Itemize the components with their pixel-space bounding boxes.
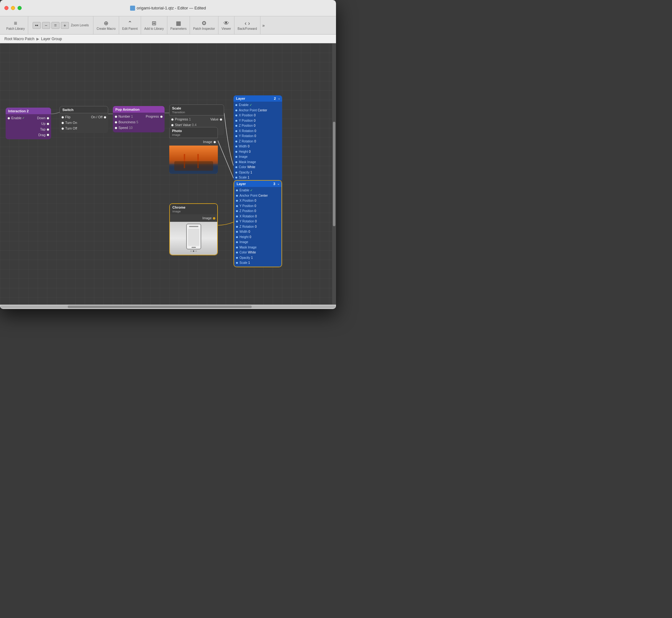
horizontal-scrollbar[interactable] <box>0 305 336 309</box>
viewer-label: Viewer <box>222 27 231 30</box>
layer-row: ColorWhite <box>235 250 281 255</box>
vertical-scrollbar[interactable] <box>332 43 336 305</box>
photo-body: Image <box>169 138 218 145</box>
layer-row: Scale1 <box>235 261 281 266</box>
minimize-button[interactable] <box>11 6 15 10</box>
port-dot <box>115 115 117 118</box>
layer2-body: Enable✓ Anchor PointCenter X Position0 Y… <box>234 102 282 181</box>
layer-row: Z Position0 <box>234 123 281 129</box>
layer-row: Image <box>234 154 281 160</box>
port-dot <box>47 128 49 131</box>
breadcrumb-separator: ▶ <box>36 37 39 41</box>
layer2-expand[interactable]: ⌄ <box>278 97 280 100</box>
patch-inspector-button[interactable]: ⚙ Patch Inspector <box>190 16 218 34</box>
maximize-button[interactable] <box>18 6 22 10</box>
scrollbar-thumb[interactable] <box>333 122 335 226</box>
patch-row: Bounciness5 <box>115 119 163 125</box>
port-dot <box>160 115 163 118</box>
patch-row: Speed10 <box>115 125 163 131</box>
add-to-library-icon: ⊞ <box>152 20 156 26</box>
pop-animation-body: Number1 Progress Bounciness5 Speed10 <box>113 113 164 132</box>
port-dot <box>61 127 64 130</box>
port-dot <box>47 123 49 125</box>
svg-rect-4 <box>169 160 218 165</box>
port-dot <box>47 117 49 119</box>
chrome-patch[interactable]: ChromeImage Image <box>169 203 218 255</box>
layer-row: Image <box>235 240 281 245</box>
patch-row: Turn Off <box>61 126 106 131</box>
layer3-patch[interactable]: Layer 3 ⌄ Enable✓ Anchor PointCenter X P… <box>234 180 282 267</box>
layer-row: Enable✓ <box>234 103 281 108</box>
back-forward-icon: ‹ › <box>245 20 250 26</box>
layer-row: Z Rotation0 <box>234 139 281 144</box>
patch-row: Enable ✓ Down <box>8 115 49 121</box>
title-bar: origami-tutorial-1.qtz - Editor — Edited <box>0 0 336 16</box>
connections-layer <box>0 43 336 305</box>
close-button[interactable] <box>4 6 8 10</box>
pop-animation-patch[interactable]: Pop Animation Number1 Progress Bouncines… <box>113 106 164 132</box>
back-forward-button[interactable]: ‹ › Back/Forward <box>235 16 260 34</box>
scrollbar-thumb[interactable] <box>68 306 252 308</box>
layer3-body: Enable✓ Anchor PointCenter X Position0 Y… <box>234 187 281 267</box>
interaction-patch[interactable]: Interaction 2 Enable ✓ Down Up Tap Drag <box>6 108 51 139</box>
patch-row: Turn On <box>61 120 106 126</box>
viewer-button[interactable]: 👁 Viewer <box>219 16 235 34</box>
traffic-lights[interactable] <box>4 6 22 10</box>
zoom-dot-button[interactable]: •• <box>33 22 41 29</box>
edit-parent-label: Edit Parent <box>122 27 138 30</box>
breadcrumb-root[interactable]: Root Macro Patch <box>4 37 34 41</box>
add-to-library-button[interactable]: ⊞ Add to Library <box>141 16 167 34</box>
interaction-header: Interaction 2 <box>6 108 51 114</box>
switch-patch[interactable]: Switch Flip On / Off Turn On Turn Off <box>59 106 108 133</box>
photo-header: PhotoImage <box>169 127 218 138</box>
port-dot <box>213 217 215 220</box>
switch-body: Flip On / Off Turn On Turn Off <box>59 113 108 133</box>
patch-row: Tap <box>8 127 49 132</box>
layer2-patch[interactable]: Layer 2 ⌄ Enable✓ Anchor PointCenter X P… <box>234 95 282 181</box>
layer-row: Y Rotation0 <box>234 134 281 139</box>
layer-row: Scale1 <box>234 175 281 180</box>
layer3-badge: 3 <box>273 182 275 186</box>
create-macro-button[interactable]: ⊕ Create Macro <box>94 16 119 34</box>
layer-row: Height0 <box>234 149 281 154</box>
toolbar: ≡ Patch Library •• − = + Zoom Levels ⊕ C… <box>0 16 336 34</box>
edit-parent-button[interactable]: ⌃ Edit Parent <box>119 16 141 34</box>
layer-row: Height0 <box>235 235 281 240</box>
layer-row: Opacity1 <box>235 255 281 261</box>
layer2-header: Layer 2 ⌄ <box>234 95 282 102</box>
interaction-body: Enable ✓ Down Up Tap Drag <box>6 114 51 139</box>
layer3-expand[interactable]: ⌄ <box>277 182 280 185</box>
patch-row: Drag <box>8 132 49 138</box>
port-dot <box>8 117 10 119</box>
port-dot <box>115 127 117 129</box>
zoom-plus-button[interactable]: + <box>61 22 69 29</box>
port-dot <box>47 134 49 136</box>
parameters-button[interactable]: ▦ Parameters <box>167 16 190 34</box>
add-to-library-label: Add to Library <box>144 27 164 30</box>
patch-library-button[interactable]: ≡ Patch Library <box>3 16 28 34</box>
svg-rect-1 <box>169 164 218 174</box>
zoom-levels-label: Zoom Levels <box>71 23 89 27</box>
chrome-header: ChromeImage <box>170 204 217 214</box>
patch-row: Up <box>8 121 49 127</box>
patch-row: Number1 Progress <box>115 114 163 119</box>
photo-patch[interactable]: PhotoImage Image <box>169 127 218 174</box>
layer-row: Anchor PointCenter <box>234 108 281 113</box>
layer-row: Y Rotation0 <box>235 219 281 224</box>
patch-library-icon: ≡ <box>14 20 17 26</box>
zoom-section: •• − = + Zoom Levels <box>28 16 94 34</box>
scale-header: ScaleTransition <box>169 104 224 115</box>
layer-row: X Position0 <box>234 113 281 118</box>
port-dot <box>171 124 174 126</box>
zoom-minus-button[interactable]: − <box>42 22 50 29</box>
more-button[interactable]: » <box>260 16 267 34</box>
port-dot <box>115 121 117 124</box>
zoom-equal-button[interactable]: = <box>51 22 59 29</box>
port-dot <box>61 122 64 124</box>
layer-row: X Rotation0 <box>234 129 281 134</box>
edit-parent-icon: ⌃ <box>128 20 132 26</box>
layer-row: ColorWhite <box>234 165 281 170</box>
editor-canvas[interactable]: Interaction 2 Enable ✓ Down Up Tap Drag <box>0 43 336 305</box>
layer3-header: Layer 3 ⌄ <box>234 181 281 187</box>
patch-inspector-icon: ⚙ <box>201 20 207 26</box>
